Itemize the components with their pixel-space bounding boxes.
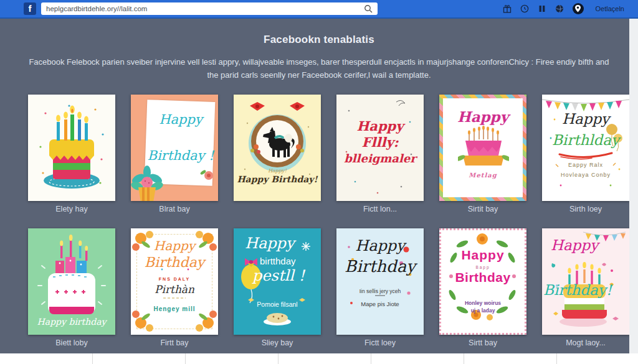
card-caption: Sirth loey	[569, 205, 602, 215]
card-text: Pomoie filsanl	[234, 301, 321, 308]
card-text: Birthday	[131, 254, 218, 270]
bow-icon	[290, 102, 305, 111]
template-card-6: Happy Birthlday Eappy Ralx Hovleaya Conb…	[542, 95, 629, 215]
card-text: blleigmaler	[336, 152, 424, 165]
template-card-5: Happy Metlag Sirtit bay	[439, 95, 526, 215]
template-card-11: Happy Bapp Birthday Honley woirus uj a l…	[439, 228, 526, 348]
card-thumbnail-12[interactable]: Happy Birthday!	[542, 228, 629, 335]
page-title: Facebookn tenablatis	[0, 34, 638, 46]
card-text: Metlag	[443, 172, 523, 179]
template-grid: Elety hay Happy Birthday !	[28, 95, 638, 348]
facebook-logo[interactable]: f	[24, 2, 36, 15]
template-card-8: Happy Birthday FNS DALY Pirthàn Hengey m…	[131, 228, 218, 348]
card-text: Birthday!	[543, 282, 612, 298]
card-text: Fllly:	[336, 134, 424, 150]
card-text: Happy	[143, 112, 218, 127]
card-text: FNS DALY	[131, 277, 218, 281]
card-caption: Sirtit bay	[468, 205, 498, 215]
card-thumbnail-3[interactable]: Happy! Happy Birthday!	[234, 95, 321, 201]
card-text: Iin sellis jery yceh	[336, 288, 424, 294]
url-bar[interactable]: heplgcardbirtdehle.ory//lalit.com	[41, 2, 378, 15]
template-card-10: Happy Birthday Iin sellis jery yceh Mape…	[336, 228, 424, 348]
card-thumbnail-1[interactable]	[28, 95, 115, 201]
card-caption: Blrat bay	[159, 205, 189, 215]
card-caption: Fictt loey	[364, 338, 396, 348]
page-description: Facebook Felebock parien sveiber injervi…	[24, 55, 614, 82]
pause-icon[interactable]	[538, 4, 546, 13]
card-text: Birthday	[441, 270, 525, 285]
small-flower-icon	[199, 167, 216, 184]
template-card-9: Happy birtthday pestll ! Pomoie filsanl …	[234, 228, 321, 348]
card-thumbnail-11[interactable]: Happy Bapp Birthday Honley woirus uj a l…	[439, 228, 526, 335]
template-card-2: Happy Birthday ! Blrat bay	[131, 95, 218, 215]
card-thumbnail-6[interactable]: Happy Birthlday Eappy Ralx Hovleaya Conb…	[542, 95, 629, 201]
card-caption: Firtt bay	[160, 338, 188, 348]
card-text: pestll !	[252, 267, 305, 284]
search-icon[interactable]	[364, 4, 373, 13]
clock-icon[interactable]	[520, 4, 529, 13]
horse-medallion-illustration	[234, 95, 321, 201]
card-text: Hengey mill	[131, 306, 218, 312]
card-text: Happy	[542, 111, 629, 127]
card-text: Pirthàn	[131, 283, 218, 296]
card-text: Happy	[245, 235, 295, 252]
location-pin-icon	[574, 5, 581, 12]
flower-cupcake-illustration	[131, 162, 167, 201]
card-thumbnail-10[interactable]: Happy Birthday Iin sellis jery yceh Mape…	[336, 228, 424, 335]
card-text: Happy	[443, 108, 523, 125]
card-text: Happy	[131, 238, 218, 253]
template-card-4: Happy Fllly: blleigmaler Fictt lon...	[336, 95, 424, 215]
card-caption: Biett loby	[55, 338, 87, 348]
card-text: Bapp	[441, 265, 525, 269]
url-text: heplgcardbirtdehle.ory//lalit.com	[46, 5, 364, 12]
card-thumbnail-5[interactable]: Happy Metlag	[439, 95, 526, 201]
gift-icon[interactable]	[503, 4, 512, 13]
card-text: birtthday	[260, 256, 296, 266]
card-text: Happy	[336, 237, 424, 254]
page-right-margin	[629, 19, 638, 364]
card-caption: Mogt laoy...	[566, 338, 606, 348]
location-pin-avatar[interactable]	[573, 3, 584, 14]
template-card-1: Elety hay	[28, 95, 115, 215]
template-card-3: Happy! Happy Birthday!	[234, 95, 321, 215]
card-text: Honley woirus	[441, 300, 525, 306]
page-content: Facebookn tenablatis Facebook Felebock p…	[0, 19, 638, 348]
profile-label[interactable]: Oetlaçeln	[596, 5, 624, 12]
card-thumbnail-4[interactable]: Happy Fllly: blleigmaler	[336, 95, 424, 201]
browser-header: f heplgcardbirtdehle.ory//lalit.com Oetl…	[0, 0, 638, 19]
description-line-1: Facebook Felebock parien sveiber injervi…	[29, 57, 609, 67]
bow-icon	[250, 102, 265, 111]
template-card-7: Happy birthday Biett loby	[28, 228, 115, 348]
card-text: uj a laday	[441, 307, 525, 314]
card-text: Mape pis Jiote	[336, 301, 424, 307]
card-caption: Sliey bay	[262, 338, 293, 348]
birthday-cake-illustration	[28, 95, 115, 201]
card-text: Hovleaya Conby	[542, 172, 629, 178]
card-text: Birthday !	[143, 148, 218, 163]
card-thumbnail-7[interactable]: Happy birthday	[28, 228, 115, 335]
description-line-2: the parid carls seenlly ner Faceebook ce…	[207, 70, 431, 80]
card-text: Happy	[441, 248, 525, 263]
card-text: Happy Birthday!	[234, 174, 321, 184]
card-thumbnail-9[interactable]: Happy birtthday pestll ! Pomoie filsanl	[234, 228, 321, 335]
floral-cake-illustration	[458, 126, 509, 170]
header-icons: Oetlaçeln	[503, 3, 624, 14]
card-text: Happy	[551, 237, 598, 253]
card-caption: Sirtt bay	[469, 338, 497, 348]
card-caption: Elety hay	[55, 205, 87, 215]
card-text: Happy	[336, 118, 424, 134]
card-thumbnail-8[interactable]: Happy Birthday FNS DALY Pirthàn Hengey m…	[131, 228, 218, 335]
card-text: Happy!	[234, 168, 321, 174]
template-card-12: Happy Birthday! Mogt laoy...	[542, 228, 629, 348]
card-text: Birthlday	[542, 132, 629, 148]
globe-icon[interactable]	[555, 4, 564, 13]
card-text: Eappy Ralx	[542, 162, 629, 168]
card-thumbnail-2[interactable]: Happy Birthday !	[131, 95, 218, 201]
page-bottom-margin	[0, 353, 638, 364]
card-caption: Fictt lon...	[363, 205, 397, 215]
card-text: Birthday	[336, 257, 424, 276]
card-text: Happy birthday	[28, 317, 115, 327]
